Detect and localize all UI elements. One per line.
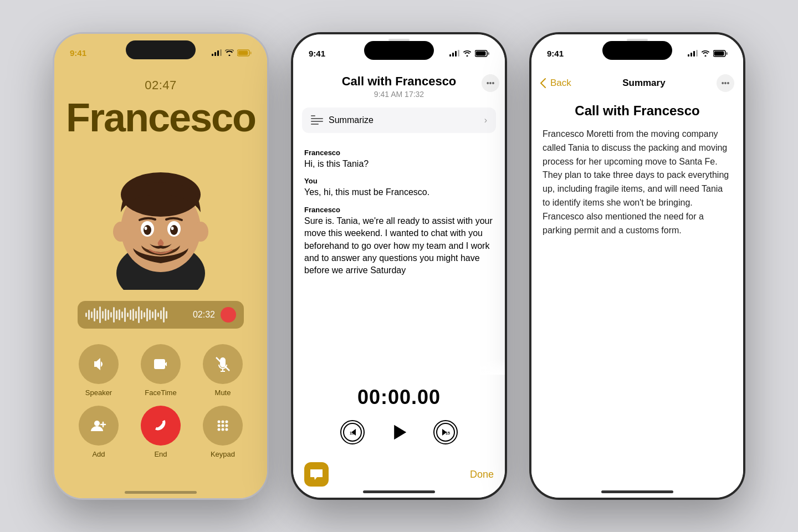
summarize-left: Summarize	[311, 115, 374, 125]
summary-body: Call with Francesco Francesco Moretti fr…	[531, 92, 743, 498]
facetime-button[interactable]: FaceTime	[134, 344, 187, 397]
skip-forward-icon: 15	[436, 422, 456, 442]
summary-nav-title: Summary	[622, 78, 665, 89]
svg-rect-39	[311, 118, 323, 119]
end-call-icon	[152, 417, 170, 434]
summarize-button[interactable]: Summarize ›	[302, 108, 496, 133]
svg-rect-0	[212, 54, 213, 56]
svg-point-15	[145, 227, 147, 230]
svg-rect-32	[455, 51, 457, 57]
recording-dot	[221, 307, 236, 323]
facetime-icon-circle	[141, 344, 181, 384]
playback-section: 00:00.00 15	[293, 375, 505, 456]
svg-rect-41	[311, 124, 319, 125]
status-icons-phone2	[449, 50, 489, 57]
status-time-phone2: 9:41	[309, 49, 325, 58]
mute-icon	[214, 355, 232, 373]
waveform	[85, 306, 187, 323]
signal-icon-p2	[449, 50, 459, 57]
transcript-entry-3: Francesco Sure is. Tania, we're all read…	[304, 206, 494, 277]
svg-rect-40	[311, 121, 323, 122]
status-time-phone3: 9:41	[547, 49, 564, 58]
memoji-avatar	[94, 157, 227, 290]
facetime-icon	[152, 355, 170, 373]
battery-icon	[237, 49, 252, 57]
svg-point-25	[222, 424, 224, 427]
transcript-text-1: Hi, is this Tania?	[304, 158, 494, 170]
call-controls-bottom: Add End	[72, 406, 249, 458]
speaker-button[interactable]: Speaker	[72, 344, 125, 397]
svg-rect-30	[449, 54, 451, 57]
play-icon	[387, 418, 411, 446]
transcript-icon-button[interactable]	[304, 462, 329, 487]
summary-call-title: Call with Francesco	[543, 103, 732, 119]
wifi-icon-p2	[463, 50, 472, 57]
speaker-label: Speaker	[85, 388, 112, 397]
skip-back-icon: 15	[342, 422, 362, 442]
transcript-subtitle: 9:41 AM 17:32	[315, 90, 483, 99]
home-indicator-phone2	[363, 490, 435, 493]
svg-rect-49	[696, 50, 698, 57]
add-contact-icon	[90, 417, 108, 434]
transcript-fade	[293, 358, 505, 375]
svg-rect-33	[458, 50, 459, 57]
end-icon-circle	[141, 406, 181, 446]
svg-point-22	[222, 421, 224, 423]
svg-point-26	[226, 424, 228, 427]
play-button[interactable]	[387, 420, 411, 444]
battery-icon-p2	[475, 50, 489, 57]
home-indicator-phone1	[125, 491, 197, 494]
keypad-icon-circle	[203, 406, 243, 446]
svg-point-18	[193, 222, 208, 242]
mute-icon-circle	[203, 344, 243, 384]
svg-point-50	[705, 55, 707, 57]
svg-point-34	[467, 55, 468, 57]
done-button[interactable]: Done	[470, 469, 494, 480]
svg-rect-2	[217, 50, 219, 56]
recording-bar: 02:32	[78, 301, 244, 329]
transcript-entry-2: You Yes, hi, this must be Francesco.	[304, 177, 494, 198]
back-button[interactable]: Back	[540, 78, 571, 89]
speech-bubble-icon	[309, 468, 324, 480]
avatar-area	[89, 146, 233, 290]
transcript-title: Call with Francesco	[315, 74, 483, 89]
svg-point-16	[171, 227, 174, 230]
speaker-3: Francesco	[304, 206, 494, 214]
svg-rect-5	[238, 50, 248, 55]
summary-nav: Back Summary •••	[531, 74, 743, 92]
end-button[interactable]: End	[134, 406, 187, 458]
add-button[interactable]: Add	[72, 406, 125, 458]
call-controls-top: Speaker FaceTime Mute	[72, 344, 249, 397]
back-label: Back	[550, 78, 571, 89]
signal-icon	[212, 49, 222, 56]
back-chevron-icon	[540, 78, 546, 88]
speaker-icon	[90, 355, 108, 373]
more-options-button[interactable]: •••	[482, 74, 499, 92]
summary-more-button[interactable]: •••	[717, 74, 734, 92]
svg-rect-46	[688, 54, 689, 57]
skip-forward-button[interactable]: 15	[433, 420, 458, 444]
dynamic-island	[126, 40, 196, 59]
summarize-chevron-icon: ›	[484, 115, 487, 125]
playback-time: 00:00.00	[304, 386, 494, 409]
facetime-label: FaceTime	[145, 388, 176, 397]
wifi-icon-p3	[701, 50, 710, 57]
svg-rect-6	[250, 52, 252, 54]
svg-point-27	[218, 428, 221, 431]
svg-rect-52	[714, 51, 724, 55]
svg-point-17	[113, 222, 129, 242]
skip-back-button[interactable]: 15	[340, 420, 365, 444]
status-time-phone1: 9:41	[70, 48, 86, 58]
dynamic-island-phone3	[602, 41, 672, 60]
transcript-text-2: Yes, hi, this must be Francesco.	[304, 186, 494, 198]
summarize-label: Summarize	[329, 115, 374, 125]
keypad-button[interactable]: Keypad	[196, 406, 249, 458]
svg-point-20	[94, 421, 100, 426]
mute-button[interactable]: Mute	[196, 344, 249, 397]
mute-label: Mute	[215, 388, 231, 397]
battery-icon-p3	[713, 50, 728, 57]
svg-point-23	[226, 421, 228, 423]
transcript-text-3: Sure is. Tania, we're all ready to assis…	[304, 215, 494, 277]
svg-point-13	[144, 225, 151, 235]
playback-controls: 15 15	[304, 420, 494, 444]
